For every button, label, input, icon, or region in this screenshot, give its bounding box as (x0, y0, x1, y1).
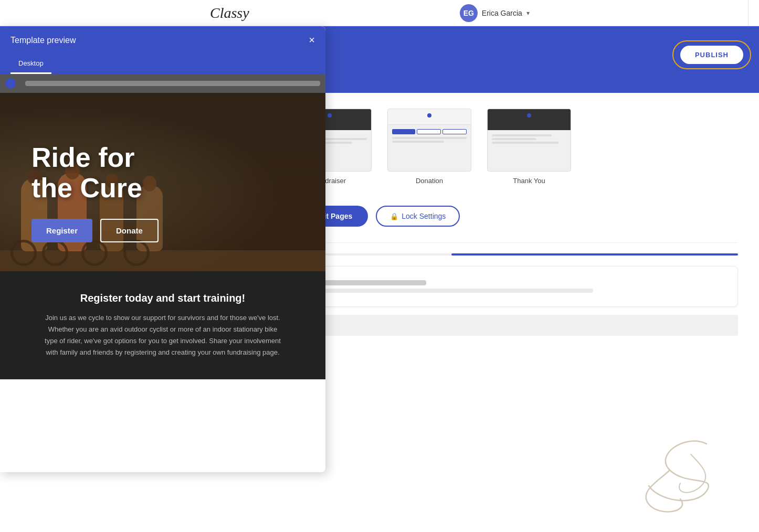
modal-close-button[interactable]: × (309, 34, 315, 46)
lock-settings-label: Lock Settings (402, 212, 446, 220)
hero-title-text: Ride forthe Cure (31, 142, 142, 203)
hero-section: Ride forthe Cure Register Donate (0, 93, 325, 271)
thumb-thankyou-label: Thank You (513, 177, 545, 185)
modal-tab-desktop[interactable]: Desktop (10, 54, 51, 74)
logo: Classy (210, 5, 249, 22)
user-info: Erica Garcia (482, 9, 522, 17)
publish-button[interactable]: PUBLISH (680, 46, 743, 64)
modal-tabs: Desktop (0, 54, 325, 74)
nav-divider (748, 0, 749, 26)
thumb-donation-label: Donation (416, 177, 443, 185)
top-navigation: Classy EG Erica Garcia ▾ (0, 0, 759, 26)
browser-logo-circle (5, 78, 16, 89)
modal-bottom-section: Register today and start training! Join … (0, 271, 325, 379)
modal-title: Template preview (10, 36, 76, 45)
avatar: EG (460, 4, 478, 22)
chevron-down-icon: ▾ (526, 9, 530, 17)
hero-background: Ride forthe Cure Register Donate (0, 93, 325, 271)
template-preview-modal: Template preview × Desktop (0, 26, 325, 472)
browser-address-bar (25, 81, 320, 86)
user-menu[interactable]: EG Erica Garcia ▾ (460, 4, 530, 22)
lock-icon: 🔒 (390, 212, 398, 220)
publish-button-wrap: PUBLISH (680, 46, 743, 64)
modal-browser-bar (0, 74, 325, 93)
avatar-initials: EG (463, 9, 474, 17)
bottom-heading: Register today and start training! (31, 292, 294, 304)
modal-content: Ride forthe Cure Register Donate Registe… (0, 93, 325, 472)
progress-bar-fill (451, 253, 738, 256)
hero-buttons: Register Donate (31, 219, 294, 242)
thumb-donation[interactable]: Donation (387, 109, 471, 185)
donate-button[interactable]: Donate (100, 219, 159, 242)
lock-settings-button[interactable]: 🔒 Lock Settings (376, 206, 460, 227)
modal-header: Template preview × (0, 26, 325, 54)
register-button[interactable]: Register (31, 219, 92, 242)
bottom-text: Join us as we cycle to show our support … (45, 312, 281, 358)
scribble-decoration (575, 423, 743, 528)
thumb-thankyou[interactable]: Thank You (487, 109, 571, 185)
hero-title: Ride forthe Cure (31, 143, 294, 203)
user-name: Erica Garcia (482, 9, 522, 17)
